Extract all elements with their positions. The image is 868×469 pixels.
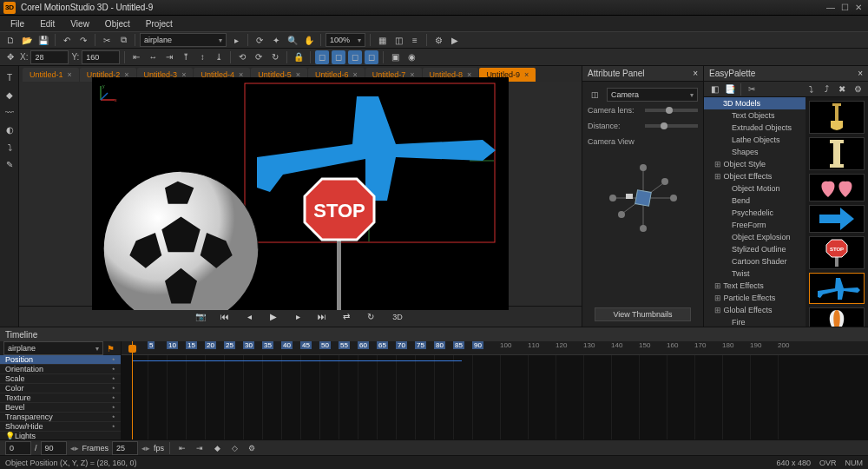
3d-toggle[interactable]: 3D bbox=[387, 309, 408, 325]
stop-sign-object[interactable]: STOP bbox=[296, 168, 383, 310]
camera-icon[interactable]: 📷 bbox=[193, 309, 208, 325]
tree-global-effects[interactable]: Global Effects bbox=[704, 304, 806, 316]
align-center-icon[interactable]: ↔ bbox=[146, 50, 160, 64]
tree-stylized-outline[interactable]: Stylized Outline bbox=[704, 243, 806, 255]
save-icon[interactable]: 💾 bbox=[36, 33, 50, 47]
attr-close-icon[interactable]: × bbox=[693, 69, 698, 78]
maximize-button[interactable]: ☐ bbox=[838, 3, 851, 13]
tree-freeform[interactable]: FreeForm bbox=[704, 219, 806, 231]
path-tool-icon[interactable]: 〰 bbox=[2, 104, 17, 120]
palette-item-column[interactable] bbox=[809, 137, 865, 170]
open-icon[interactable]: 📂 bbox=[20, 33, 34, 47]
loop-icon[interactable]: ⇄ bbox=[339, 309, 354, 325]
palette-item-shovel[interactable] bbox=[809, 101, 865, 134]
playhead[interactable] bbox=[132, 341, 133, 439]
palette-export-icon[interactable]: ⤴ bbox=[819, 83, 833, 96]
palette-options-icon[interactable]: ⚙ bbox=[851, 83, 865, 96]
tree-bend[interactable]: Bend bbox=[704, 195, 806, 207]
palette-item-airplane[interactable] bbox=[809, 273, 865, 304]
palette-mode-icon[interactable]: ◧ bbox=[707, 83, 721, 96]
tl-remove-key-icon[interactable]: ◇ bbox=[227, 441, 241, 455]
tree-3d-models[interactable]: 3D Models bbox=[704, 97, 806, 109]
minimize-button[interactable]: — bbox=[825, 3, 837, 13]
view-front-icon[interactable]: ◻ bbox=[315, 50, 329, 64]
tree-object-effects[interactable]: Object Effects bbox=[704, 170, 806, 182]
view-thumbnails-button[interactable]: View Thumbnails bbox=[595, 307, 690, 321]
render-icon[interactable]: ⚙ bbox=[431, 33, 445, 47]
tl-add-key-icon[interactable]: ◆ bbox=[210, 441, 224, 455]
magnify-icon[interactable]: 🔍 bbox=[286, 33, 299, 47]
canvas[interactable]: y x bbox=[92, 77, 509, 310]
play-icon[interactable]: ▶ bbox=[448, 33, 462, 47]
track-texture[interactable]: Texture⭑ bbox=[0, 393, 121, 403]
camera-view-gizmo[interactable] bbox=[588, 155, 698, 241]
grid-icon[interactable]: ▦ bbox=[375, 33, 389, 47]
cut-icon[interactable]: ✂ bbox=[100, 33, 114, 47]
close-button[interactable]: ✕ bbox=[852, 3, 865, 13]
repeat-icon[interactable]: ↻ bbox=[363, 309, 378, 325]
track-orientation[interactable]: Orientation⭑ bbox=[0, 365, 121, 374]
select-arrow-icon[interactable]: ▸ bbox=[229, 33, 243, 47]
tree-object-motion[interactable]: Object Motion bbox=[704, 182, 806, 195]
view-persp-icon[interactable]: ◻ bbox=[365, 50, 378, 64]
tree-twist[interactable]: Twist bbox=[704, 268, 806, 280]
new-icon[interactable]: 🗋 bbox=[3, 33, 17, 47]
next-frame-icon[interactable]: ▸ bbox=[290, 309, 306, 325]
track-bevel[interactable]: Bevel⭑ bbox=[0, 403, 121, 413]
rotate-y-icon[interactable]: ⟳ bbox=[252, 50, 266, 64]
track-transparency[interactable]: Transparency⭑ bbox=[0, 413, 121, 422]
redo-icon[interactable]: ↷ bbox=[76, 33, 90, 47]
tree-text-objects[interactable]: Text Objects bbox=[704, 109, 806, 122]
tree-particle-effects[interactable]: Particle Effects bbox=[704, 292, 806, 304]
palette-import-icon[interactable]: ⤵ bbox=[804, 83, 818, 96]
timeline-grid[interactable]: 5101520253035404550556065707580859010011… bbox=[122, 341, 868, 439]
view-side-icon[interactable]: ◻ bbox=[332, 50, 345, 64]
tree-text-effects[interactable]: Text Effects bbox=[704, 280, 806, 292]
lathe-tool-icon[interactable]: ◐ bbox=[2, 122, 17, 137]
shape-tool-icon[interactable]: ◆ bbox=[2, 87, 17, 102]
wireframe-icon[interactable]: ▣ bbox=[388, 50, 402, 64]
palette-item-arrow[interactable] bbox=[809, 205, 865, 233]
tree-lathe-objects[interactable]: Lathe Objects bbox=[704, 134, 806, 146]
palette-tree[interactable]: 3D Models Text Objects Extruded Objects … bbox=[704, 97, 806, 327]
track-position[interactable]: Position⭑ bbox=[0, 355, 121, 365]
copy-icon[interactable]: ⧉ bbox=[116, 33, 130, 47]
tl-prev-key-icon[interactable]: ⇤ bbox=[175, 441, 189, 455]
menu-view[interactable]: View bbox=[63, 17, 96, 30]
align-left-icon[interactable]: ⇤ bbox=[129, 50, 143, 64]
tl-settings-icon[interactable]: ⚙ bbox=[245, 441, 259, 455]
snap-icon[interactable]: ◫ bbox=[391, 33, 405, 47]
timeline-ruler[interactable]: 5101520253035404550556065707580859010011… bbox=[122, 341, 868, 355]
lock-icon[interactable]: 🔒 bbox=[292, 50, 306, 64]
palette-item-hearts[interactable] bbox=[809, 174, 865, 201]
attr-category-selector[interactable]: Camera bbox=[607, 88, 698, 102]
timeline-flag-icon[interactable]: ⚑ bbox=[103, 341, 117, 355]
tree-fire[interactable]: Fire bbox=[704, 316, 806, 327]
menu-project[interactable]: Project bbox=[139, 17, 180, 30]
hand-icon[interactable]: ✋ bbox=[302, 33, 316, 47]
wand-icon[interactable]: ✦ bbox=[269, 33, 283, 47]
tree-shapes[interactable]: Shapes bbox=[704, 146, 806, 158]
viewport[interactable]: y x bbox=[19, 82, 582, 306]
distance-slider[interactable] bbox=[645, 124, 698, 128]
tree-object-explosion[interactable]: Object Explosion bbox=[704, 231, 806, 243]
track-showhide[interactable]: Show/Hide⭑ bbox=[0, 422, 121, 432]
menu-edit[interactable]: Edit bbox=[33, 17, 62, 30]
timeline-object-selector[interactable]: airplane bbox=[3, 341, 103, 355]
palette-close-icon[interactable]: × bbox=[858, 69, 863, 78]
palette-item-stopsign[interactable]: STOP bbox=[809, 236, 865, 269]
zoom-selector[interactable]: 100% bbox=[326, 33, 365, 47]
track-scale[interactable]: Scale⭑ bbox=[0, 374, 121, 384]
x-input[interactable]: 28 bbox=[30, 50, 69, 64]
object-selector[interactable]: airplane bbox=[140, 33, 227, 47]
import-tool-icon[interactable]: ⤵ bbox=[2, 139, 17, 155]
align-middle-icon[interactable]: ↕ bbox=[195, 50, 209, 64]
menu-file[interactable]: File bbox=[3, 17, 31, 30]
view-top-icon[interactable]: ◻ bbox=[348, 50, 362, 64]
palette-item-balloon[interactable] bbox=[809, 307, 865, 327]
lock-icon[interactable]: ⭑ bbox=[112, 355, 115, 364]
align-icon[interactable]: ≡ bbox=[408, 33, 422, 47]
track-color[interactable]: Color⭑ bbox=[0, 384, 121, 393]
undo-icon[interactable]: ↶ bbox=[60, 33, 74, 47]
rotate-x-icon[interactable]: ⟲ bbox=[235, 50, 249, 64]
